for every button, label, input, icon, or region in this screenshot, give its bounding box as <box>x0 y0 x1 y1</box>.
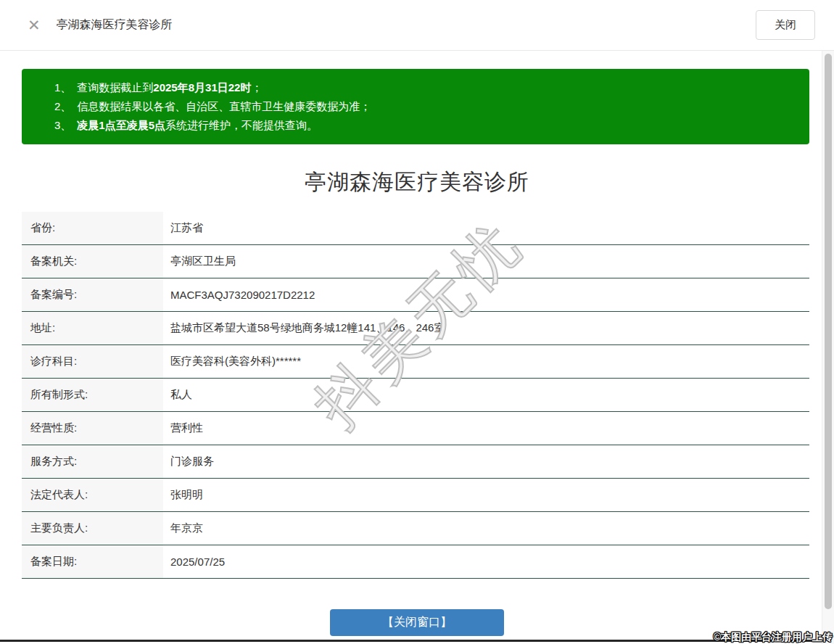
row-label: 省份: <box>22 212 163 244</box>
close-x-icon[interactable]: ✕ <box>28 17 41 33</box>
window-title: 亭湖森海医疗美容诊所 <box>57 17 173 33</box>
row-label: 诊疗科目: <box>22 345 163 378</box>
row-label: 备案编号: <box>22 278 163 311</box>
notice-line-3-post: 系统进行维护，不能提供查询。 <box>165 119 318 131</box>
row-value: 亭湖区卫生局 <box>163 245 236 278</box>
notice-line-2-number: 2、 <box>54 100 71 112</box>
close-button[interactable]: 关闭 <box>756 10 815 40</box>
table-row-service-mode: 服务方式: 门诊服务 <box>22 445 809 479</box>
table-row-medical-subjects: 诊疗科目: 医疗美容科(美容外科)****** <box>22 345 809 379</box>
notice-line-1-number: 1、 <box>54 81 71 94</box>
table-row-legal-representative: 法定代表人: 张明明 <box>22 479 809 512</box>
copyright-text: ©本图由平台注册用户上传 <box>714 631 833 644</box>
clinic-title: 亭湖森海医疗美容诊所 <box>0 168 834 197</box>
notice-line-1: 1、查询数据截止到2025年8月31日22时； <box>54 78 795 97</box>
table-row-address: 地址: 盐城市区希望大道58号绿地商务城12幢141、146、246室 <box>22 312 809 345</box>
row-label: 主要负责人: <box>22 512 163 545</box>
row-label: 经营性质: <box>22 412 163 445</box>
row-value: 张明明 <box>163 479 203 511</box>
row-value: 年京京 <box>163 512 203 545</box>
bottom-divider-line <box>0 640 834 642</box>
table-row-main-person-in-charge: 主要负责人: 年京京 <box>22 512 809 545</box>
row-value: 江苏省 <box>163 212 203 244</box>
table-row-business-nature: 经营性质: 营利性 <box>22 412 809 445</box>
row-label: 服务方式: <box>22 445 163 478</box>
notice-line-3: 3、凌晨1点至凌晨5点系统进行维护，不能提供查询。 <box>54 116 795 135</box>
row-value: 私人 <box>163 379 192 411</box>
row-value: 2025/07/25 <box>163 545 225 578</box>
notice-line-1-text: 查询数据截止到 <box>77 81 153 94</box>
close-window-button[interactable]: 【关闭窗口】 <box>330 609 504 636</box>
clinic-info-table: 省份: 江苏省 备案机关: 亭湖区卫生局 备案编号: MACF3AQJ73209… <box>22 212 809 579</box>
row-label: 所有制形式: <box>22 379 163 411</box>
row-label: 备案机关: <box>22 245 163 278</box>
row-label: 备案日期: <box>22 545 163 578</box>
table-row-filing-number: 备案编号: MACF3AQJ732090217D2212 <box>22 278 809 312</box>
row-label: 法定代表人: <box>22 479 163 511</box>
notice-line-3-bold: 凌晨1点至凌晨5点 <box>77 119 165 131</box>
row-value: 盐城市区希望大道58号绿地商务城12幢141、146、246室 <box>163 312 445 344</box>
row-value: MACF3AQJ732090217D2212 <box>163 278 315 311</box>
notice-line-2: 2、信息数据结果以各省、自治区、直辖市卫生健康委数据为准； <box>54 97 795 116</box>
vertical-scrollbar-track[interactable] <box>822 51 834 644</box>
notice-line-1-post: ； <box>251 81 262 94</box>
row-value: 医疗美容科(美容外科)****** <box>163 345 301 378</box>
row-value: 门诊服务 <box>163 445 214 478</box>
vertical-scrollbar-thumb[interactable] <box>825 54 832 609</box>
table-row-filing-date: 备案日期: 2025/07/25 <box>22 545 809 579</box>
table-row-ownership-form: 所有制形式: 私人 <box>22 379 809 412</box>
notice-line-3-number: 3、 <box>54 119 71 131</box>
table-row-filing-authority: 备案机关: 亭湖区卫生局 <box>22 245 809 278</box>
row-value: 营利性 <box>163 412 203 445</box>
notice-line-1-bold: 2025年8月31日22时 <box>153 81 251 94</box>
notice-line-2-text: 信息数据结果以各省、自治区、直辖市卫生健康委数据为准； <box>77 100 371 112</box>
notice-panel: 1、查询数据截止到2025年8月31日22时； 2、信息数据结果以各省、自治区、… <box>22 69 809 144</box>
table-row-province: 省份: 江苏省 <box>22 212 809 245</box>
row-label: 地址: <box>22 312 163 344</box>
window-header: ✕ 亭湖森海医疗美容诊所 关闭 <box>0 0 834 51</box>
